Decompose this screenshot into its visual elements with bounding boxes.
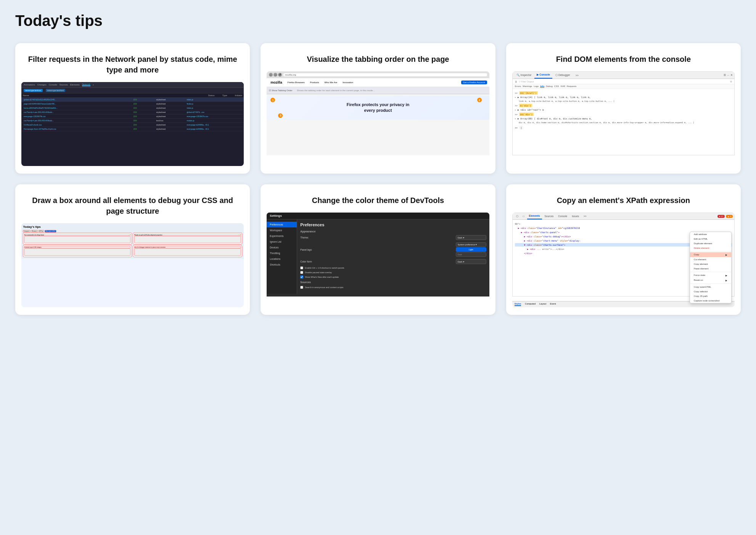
card-taborder-preview: ← → ↺ mozilla.org mozilla Firefox Browse… xyxy=(267,71,489,166)
settings-screenshot: Settings Preferences Workspace Experimen… xyxy=(267,213,489,297)
card-settings: Change the color theme of DevTools Setti… xyxy=(261,184,495,315)
settings-panel-select[interactable]: System preference ▾ xyxy=(456,242,486,247)
card-xpath: Copy an element's XPath expression ⬡ □ E… xyxy=(506,184,741,315)
card-taborder: Visualize the tabbing order on the page … xyxy=(261,43,495,174)
settings-body: Preferences Workspace Experiments Ignore… xyxy=(267,219,489,294)
drawbox-screenshot: Today's tips Categories Browsers All Tip… xyxy=(21,223,244,307)
card-network-title: Filter requests in the Network panel by … xyxy=(15,43,250,82)
badge-errors: ● 17 xyxy=(717,215,725,218)
card-settings-preview: Settings Preferences Workspace Experimen… xyxy=(267,213,489,307)
ctx-copy-selector: Copy selector xyxy=(690,289,731,294)
settings-ctrl-checkbox[interactable] xyxy=(300,266,303,269)
console-screenshot: 🔍 Inspector ▶ Console ⬡ Debugger >> ☰ ··… xyxy=(512,71,735,155)
net-row: Homepage-Anon-1673a68a.chunk.css200style… xyxy=(21,127,244,131)
settings-nav-preferences: Preferences xyxy=(267,222,297,227)
card-drawbox: Draw a box around all elements to debug … xyxy=(15,184,250,315)
settings-panel-option-light[interactable]: Light xyxy=(456,247,486,252)
settings-sidebar: Preferences Workspace Experiments Ignore… xyxy=(267,219,297,294)
settings-content: Preferences Appearance Theme: Dark ▾ Pan… xyxy=(297,219,489,294)
console-body: >> $$('[href]') ← ▶ Array(14) [ link ⚙, … xyxy=(513,89,734,132)
settings-subsection-sources: Sources xyxy=(300,281,486,284)
settings-checkbox-whatsnew: Show What's New after each update xyxy=(300,276,486,279)
ctx-copy-outerhtml: Copy outerHTML xyxy=(690,285,731,289)
net-row: css?family=Lato:300,400,400italic...200s… xyxy=(21,110,244,114)
xpath-tab-issues: Issues xyxy=(570,213,581,219)
ctx-paste: Paste element xyxy=(690,266,731,271)
xpath-tab-icon2: □ xyxy=(521,213,526,219)
ctx-break-on: Break on▶ xyxy=(690,278,731,283)
settings-nav-throttling: Throttling xyxy=(267,250,297,256)
settings-checkbox-paused: Disable paused state overlay xyxy=(300,271,486,274)
mozilla-nav: mozilla Firefox Browsers Products Who We… xyxy=(269,80,487,85)
net-row: css?family=Lato:300,400,400italic...200t… xyxy=(21,119,244,123)
card-console-preview: 🔍 Inspector ▶ Console ⬡ Debugger >> ☰ ··… xyxy=(512,71,735,166)
settings-theme-select[interactable]: Dark ▾ xyxy=(456,235,486,240)
settings-row-theme: Theme: Dark ▾ xyxy=(300,235,486,240)
settings-header: Settings xyxy=(267,213,489,219)
ctx-add-attribute: Add attribute xyxy=(690,232,731,237)
settings-row-color: Color form Dark ▾ xyxy=(300,259,486,264)
tips-grid: Filter requests in the Network panel by … xyxy=(15,43,741,315)
settings-row-panel: Panel layo System preference ▾ Light Dar… xyxy=(300,242,486,257)
card-settings-title: Change the color theme of DevTools xyxy=(261,184,495,213)
card-console: Find DOM elements from the console 🔍 Ins… xyxy=(506,43,741,174)
settings-paused-checkbox[interactable] xyxy=(300,271,303,274)
ctx-force-state: Force state▶ xyxy=(690,273,731,278)
console-filter-input: 🗑 ▽ Filter Output ⚙ xyxy=(513,79,734,84)
tips-mini: Today's tips Categories Browsers All Tip… xyxy=(21,223,244,259)
console-filter-tabs: Errors Warnings Logs Info Debug CSS XHR … xyxy=(513,84,734,89)
net-row: global-d27497d22c012c95253c2245...200sty… xyxy=(21,98,244,102)
ctx-cut: Cut element xyxy=(690,257,731,262)
xpath-devtools-tabs: ⬡ □ Elements Sources Console Issues >> ●… xyxy=(513,213,734,220)
settings-subsection-appearance: Appearance xyxy=(300,230,486,233)
xpath-badges: ● 17 ▲ 4 xyxy=(717,215,733,218)
ctx-edit-html: Edit as HTML xyxy=(690,237,731,241)
more-tabs: >> xyxy=(573,73,581,78)
xpath-tab-more: >> xyxy=(582,213,589,219)
settings-section-title: Preferences xyxy=(300,222,486,227)
card-network: Filter requests in the Network panel by … xyxy=(15,43,250,174)
settings-checkbox-ctrl: Enable Ctrl + 1-9 shortcut to switch pan… xyxy=(300,266,486,269)
ctx-copy: Copy▶ xyxy=(690,252,731,257)
xpath-tab-console: Console xyxy=(556,213,569,219)
settings-panel-option-dark[interactable]: Dark xyxy=(456,252,486,257)
badge-warnings: ▲ 4 xyxy=(726,215,733,218)
settings-nav-shortcuts: Shortcuts xyxy=(267,262,297,268)
settings-nav-locations: Locations xyxy=(267,256,297,262)
ctx-duplicate: Duplicate element xyxy=(690,241,731,246)
network-toolbar: Animations Changes Console Sources Eleme… xyxy=(21,82,244,88)
settings-whatsnew-checkbox[interactable] xyxy=(300,276,303,279)
ctx-copy-js-path: Copy JS path xyxy=(690,294,731,297)
card-xpath-preview: ⬡ □ Elements Sources Console Issues >> ●… xyxy=(512,213,735,307)
card-network-preview: Animations Changes Console Sources Eleme… xyxy=(21,82,244,166)
net-row: 0-b4face2f.chunk.css200stylesheeteverypa… xyxy=(21,123,244,127)
settings-nav-experiments: Experiments xyxy=(267,233,297,239)
net-row: everypage-1353907fb.css200stylesheetever… xyxy=(21,114,244,119)
card-drawbox-preview: Today's tips Categories Browsers All Tip… xyxy=(21,223,244,307)
devtools-icons: ☰ ··· ✕ xyxy=(724,74,733,77)
settings-color-select[interactable]: Dark ▾ xyxy=(456,259,486,264)
xpath-context-menu: Add attribute Edit as HTML Duplicate ele… xyxy=(690,232,732,297)
xpath-tab-sources: Sources xyxy=(543,213,556,219)
debugger-tab: ⬡ Debugger xyxy=(553,72,573,78)
devtools-tab-bar: 🔍 Inspector ▶ Console ⬡ Debugger >> ☰ ··… xyxy=(513,72,734,79)
taborder-screenshot: ← → ↺ mozilla.org mozilla Firefox Browse… xyxy=(267,71,489,155)
net-row: home-d9434a85c96af574020b5da91b...200sty… xyxy=(21,106,244,110)
network-filter-bar: mime-type:text/css mime-type:text/html xyxy=(21,88,244,93)
card-drawbox-title: Draw a box around all elements to debug … xyxy=(15,184,250,223)
inspector-tab: 🔍 Inspector xyxy=(514,72,534,78)
xpath-tab-elements-icon: ⬡ xyxy=(514,213,520,219)
console-tab: ▶ Console xyxy=(534,72,552,79)
settings-checkbox-anon: Search in anonymous and content scripts xyxy=(300,286,486,289)
ctx-delete: Delete element xyxy=(690,246,731,250)
xpath-screenshot: ⬡ □ Elements Sources Console Issues >> ●… xyxy=(512,213,735,297)
card-xpath-title: Copy an element's XPath expression xyxy=(506,184,741,213)
settings-anon-checkbox[interactable] xyxy=(300,286,303,289)
card-taborder-title: Visualize the tabbing order on the page xyxy=(261,43,495,71)
card-console-title: Find DOM elements from the console xyxy=(506,43,741,71)
ctx-copy-element: Copy element xyxy=(690,262,731,266)
network-screenshot: Animations Changes Console Sources Eleme… xyxy=(21,82,244,166)
settings-nav-devices: Devices xyxy=(267,245,297,250)
xpath-tab-elements: Elements xyxy=(527,213,542,219)
page-title: Today's tips xyxy=(15,12,741,29)
